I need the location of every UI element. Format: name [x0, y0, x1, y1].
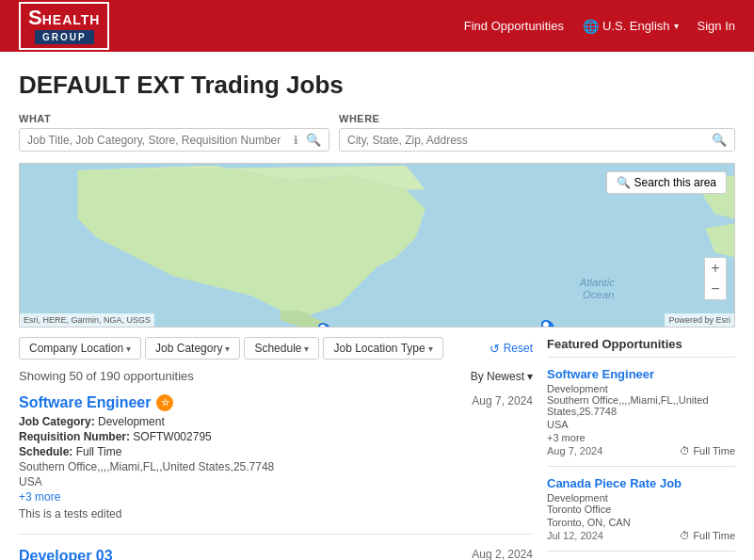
job-title-link[interactable]: Developer 03: [19, 548, 113, 560]
site-header: S HEALTH GROUP Find Opportunities 🌐 U.S.…: [0, 0, 754, 52]
featured-title: Featured Opportunities: [547, 337, 735, 358]
job-req-meta: Requisition Number: SOFTW002795: [19, 430, 533, 443]
where-input[interactable]: [347, 134, 708, 147]
job-date: Aug 7, 2024: [472, 394, 533, 408]
language-selector[interactable]: 🌐 U.S. English ▾: [583, 19, 679, 34]
company-location-filter[interactable]: Company Location ▾: [19, 337, 141, 360]
reset-button[interactable]: ↺ Reset: [489, 342, 533, 356]
featured-job-type-label: Full Time: [693, 530, 735, 541]
featured-job: Software Engineer Development Southern O…: [547, 367, 735, 467]
featured-job-title-link[interactable]: Canada Piece Rate Job: [547, 476, 735, 490]
svg-text:Ocean: Ocean: [583, 289, 614, 300]
job-schedule-label: Schedule:: [19, 445, 72, 458]
featured-job-country: USA: [547, 419, 735, 430]
globe-icon: 🌐: [583, 19, 599, 34]
body-layout: Company Location ▾ Job Category ▾ Schedu…: [19, 337, 735, 560]
chevron-down-icon: ▾: [225, 344, 230, 354]
logo[interactable]: S HEALTH GROUP: [19, 2, 109, 50]
zoom-out-button[interactable]: −: [705, 279, 726, 299]
map-attribution-right: Powered by Esri: [665, 313, 734, 327]
job-country: USA: [19, 475, 533, 488]
featured-panel: Featured Opportunities Software Engineer…: [547, 337, 735, 560]
schedule-filter[interactable]: Schedule ▾: [244, 337, 319, 360]
find-opportunities-link[interactable]: Find Opportunities: [464, 19, 564, 33]
sort-button[interactable]: By Newest ▾: [471, 370, 533, 383]
logo-health: HEALTH: [42, 12, 101, 27]
language-label: U.S. English: [602, 19, 670, 33]
job-location-type-label: Job Location Type: [333, 342, 425, 355]
job-category-filter[interactable]: Job Category ▾: [145, 337, 240, 360]
featured-job-type: ⏱ Full Time: [680, 445, 735, 456]
main-content: DEFAULT EXT Trading Jobs WHAT ℹ 🔍 WHERE …: [0, 52, 754, 560]
page-title: DEFAULT EXT Trading Jobs: [19, 71, 735, 100]
sign-in-link[interactable]: Sign In: [698, 19, 735, 33]
map-search-button[interactable]: 🔍 Search this area: [606, 171, 727, 194]
featured-job-date: Jul 12, 2024: [547, 530, 603, 541]
featured-job-date: Aug 7, 2024: [547, 445, 602, 456]
svg-text:Atlantic: Atlantic: [579, 277, 615, 288]
header-nav: Find Opportunities 🌐 U.S. English ▾ Sign…: [464, 19, 735, 34]
where-field: WHERE 🔍: [339, 113, 735, 152]
schedule-label: Schedule: [254, 342, 301, 355]
chevron-down-icon: ▾: [428, 344, 433, 354]
what-field: WHAT ℹ 🔍: [19, 113, 329, 152]
map-marker: [468, 327, 487, 328]
job-more-link[interactable]: +3 more: [19, 490, 533, 504]
map-marker: [487, 327, 505, 328]
job-title: Developer 03: [19, 548, 113, 560]
job-req-label: Requisition Number:: [19, 430, 130, 443]
job-description: This is a tests edited: [19, 507, 533, 520]
featured-job-location: Southern Office,,,,Miami,FL,,United Stat…: [547, 394, 735, 417]
results-header: Showing 50 of 190 opportunities By Newes…: [19, 369, 533, 383]
featured-job: Canada Piece Rate Job Development Toront…: [547, 476, 735, 552]
job-card-header: Developer 03 Aug 2, 2024: [19, 548, 533, 560]
job-category-label: Job Category: [155, 342, 222, 355]
company-location-label: Company Location: [29, 342, 123, 355]
job-title: Software Engineer: [19, 394, 151, 411]
info-icon: ℹ: [294, 134, 298, 147]
sort-label: By Newest: [471, 370, 524, 383]
chevron-down-icon: ▾: [126, 344, 131, 354]
where-search-icon: 🔍: [712, 133, 727, 147]
job-location-type-filter[interactable]: Job Location Type ▾: [323, 337, 442, 360]
search-bar: WHAT ℹ 🔍 WHERE 🔍: [19, 113, 735, 152]
job-card: Software Engineer ☆ Aug 7, 2024 Job Cate…: [19, 394, 533, 535]
filters-row: Company Location ▾ Job Category ▾ Schedu…: [19, 337, 533, 360]
reset-icon: ↺: [489, 342, 500, 356]
featured-job-more: +3 more: [547, 432, 735, 443]
featured-job-meta: Jul 12, 2024 ⏱ Full Time: [547, 530, 735, 541]
job-schedule-meta: Schedule: Full Time: [19, 445, 533, 458]
map-zoom-controls: + −: [704, 257, 727, 300]
job-card-header: Software Engineer ☆ Aug 7, 2024: [19, 394, 533, 411]
featured-job-title-link[interactable]: Software Engineer: [547, 367, 735, 381]
left-panel: Company Location ▾ Job Category ▾ Schedu…: [19, 337, 533, 560]
job-location: Southern Office,,,,Miami,FL,,United Stat…: [19, 460, 533, 473]
logo-group: GROUP: [35, 30, 94, 44]
job-req-value: SOFTW002795: [133, 430, 211, 443]
job-date: Aug 2, 2024: [472, 548, 533, 560]
map[interactable]: Atlantic Ocean �: [19, 163, 735, 328]
what-input-wrap[interactable]: ℹ 🔍: [19, 128, 329, 152]
featured-job-country: Toronto, ON, CAN: [547, 517, 735, 528]
featured-job-category: Development: [547, 492, 735, 504]
language-chevron-icon: ▾: [674, 21, 679, 31]
job-category-label: Job Category:: [19, 415, 95, 428]
what-input[interactable]: [27, 134, 294, 147]
map-search-label: Search this area: [634, 176, 716, 189]
job-schedule-value: Full Time: [76, 445, 122, 458]
clock-icon: ⏱: [680, 530, 690, 541]
job-title-link[interactable]: Software Engineer ☆: [19, 394, 173, 411]
where-label: WHERE: [339, 113, 735, 124]
clock-icon: ⏱: [680, 445, 690, 456]
sort-chevron-icon: ▾: [527, 370, 533, 383]
featured-job-type: ⏱ Full Time: [680, 530, 735, 541]
where-input-wrap[interactable]: 🔍: [339, 128, 735, 152]
logo-s: S: [28, 8, 42, 28]
featured-job-type-label: Full Time: [693, 445, 735, 456]
job-featured-icon: ☆: [156, 394, 173, 411]
results-count: Showing 50 of 190 opportunities: [19, 369, 194, 383]
reset-label: Reset: [504, 342, 533, 355]
zoom-in-button[interactable]: +: [705, 258, 726, 279]
featured-job-meta: Aug 7, 2024 ⏱ Full Time: [547, 445, 735, 456]
map-attribution-left: Esri, HERE, Garmin, NGA, USGS: [20, 313, 154, 327]
